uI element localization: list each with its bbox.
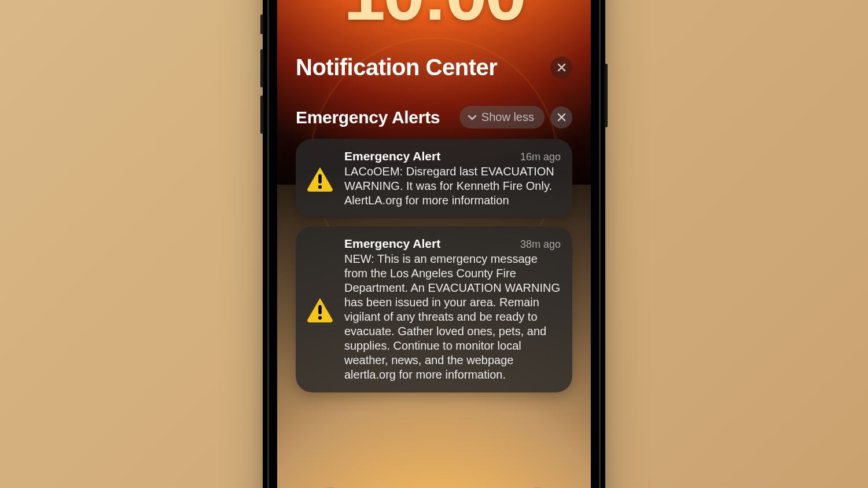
lock-screen[interactable]: 10:00 Notification Center Emergency Aler… — [277, 0, 591, 488]
alert-group-title: Emergency Alerts — [296, 108, 454, 127]
phone-side-button — [260, 14, 263, 34]
close-icon — [557, 113, 566, 122]
alert-title: Emergency Alert — [344, 149, 440, 163]
alert-timestamp: 38m ago — [520, 239, 561, 251]
alert-message: NEW: This is an emergency message from t… — [344, 252, 561, 382]
emergency-alert-notification[interactable]: Emergency Alert 38m ago NEW: This is an … — [296, 226, 572, 392]
alert-title: Emergency Alert — [344, 237, 440, 251]
svg-rect-4 — [318, 174, 322, 184]
show-less-button[interactable]: Show less — [459, 106, 545, 129]
chevron-down-icon — [468, 115, 477, 120]
lock-screen-clock: 10:00 — [277, 0, 591, 37]
show-less-label: Show less — [481, 111, 534, 124]
warning-triangle-icon — [306, 166, 334, 192]
notification-center-title: Notification Center — [296, 54, 497, 80]
notification-center-header: Notification Center — [296, 54, 572, 80]
svg-rect-6 — [318, 305, 322, 314]
phone-frame: 10:00 Notification Center Emergency Aler… — [269, 0, 599, 488]
alert-timestamp: 16m ago — [520, 151, 561, 163]
alert-message: LACoOEM: Disregard last EVACUATION WARNI… — [344, 164, 561, 208]
svg-point-5 — [318, 185, 322, 188]
svg-point-7 — [318, 315, 322, 319]
phone-side-button — [605, 64, 608, 127]
phone-side-button — [260, 96, 263, 134]
dismiss-group-button[interactable] — [550, 107, 572, 129]
warning-triangle-icon — [306, 297, 334, 322]
emergency-alert-notification[interactable]: Emergency Alert 16m ago LACoOEM: Disrega… — [296, 139, 572, 218]
alert-group-header: Emergency Alerts Show less — [296, 106, 572, 129]
phone-side-button — [260, 49, 263, 87]
close-notification-center-button[interactable] — [550, 57, 572, 79]
close-icon — [557, 63, 566, 72]
